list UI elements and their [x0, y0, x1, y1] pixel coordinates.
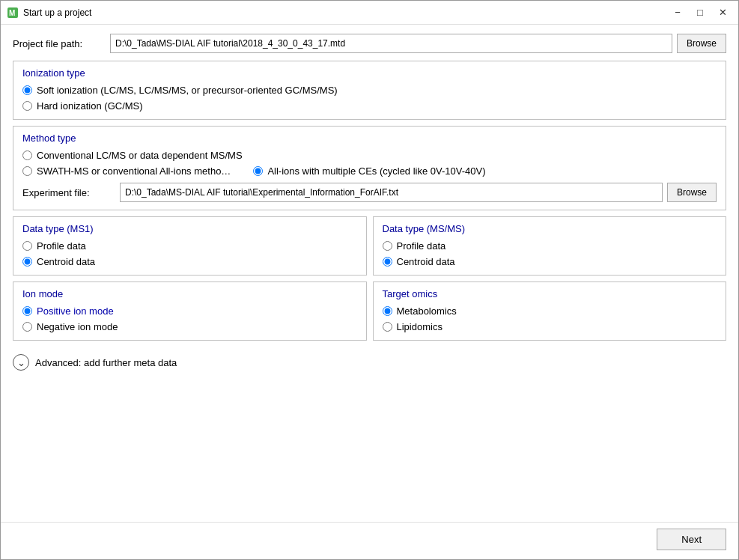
main-window: M Start up a project − □ ✕ Project file …: [0, 0, 739, 560]
close-button[interactable]: ✕: [713, 3, 732, 22]
omics-lipidomics-row: Lipidomics: [383, 321, 717, 332]
data-type-msms-section: Data type (MS/MS) Profile data Centroid …: [373, 216, 727, 276]
method-swath-allions-row: SWATH-MS or conventional All-ions metho……: [22, 165, 717, 177]
advanced-chevron-icon: ⌄: [17, 357, 25, 368]
ionization-hard-row: Hard ionization (GC/MS): [22, 100, 717, 112]
method-allions-item: All-ions with multiple CEs (cycled like …: [253, 165, 485, 177]
ion-mode-section: Ion mode Positive ion mode Negative ion …: [13, 281, 367, 341]
ms1-profile-label[interactable]: Profile data: [37, 240, 86, 252]
msms-centroid-radio[interactable]: [383, 257, 392, 267]
ion-positive-row: Positive ion mode: [22, 305, 357, 317]
ionization-title: Ionization type: [22, 67, 717, 79]
ms1-profile-radio[interactable]: [22, 241, 32, 251]
ionization-hard-label[interactable]: Hard ionization (GC/MS): [37, 100, 143, 112]
msms-centroid-label[interactable]: Centroid data: [397, 256, 455, 267]
minimize-button[interactable]: −: [668, 3, 687, 22]
advanced-label: Advanced: add further meta data: [35, 357, 177, 368]
data-type-ms1-section: Data type (MS1) Profile data Centroid da…: [13, 216, 367, 276]
advanced-row: ⌄ Advanced: add further meta data: [13, 350, 726, 375]
project-file-row: Project file path: Browse: [13, 34, 726, 53]
omics-metabolomics-row: Metabolomics: [383, 305, 717, 317]
next-button[interactable]: Next: [657, 529, 726, 550]
ion-mode-title: Ion mode: [22, 288, 357, 299]
method-allions-radio[interactable]: [253, 166, 263, 176]
method-conventional-row: Conventional LC/MS or data dependent MS/…: [22, 150, 717, 161]
ion-omics-row: Ion mode Positive ion mode Negative ion …: [13, 281, 726, 341]
window-controls: − □ ✕: [668, 3, 732, 22]
ion-negative-label[interactable]: Negative ion mode: [37, 321, 118, 332]
ionization-soft-row: Soft ionization (LC/MS, LC/MS/MS, or pre…: [22, 85, 717, 96]
method-conventional-label[interactable]: Conventional LC/MS or data dependent MS/…: [37, 150, 243, 161]
omics-metabolomics-radio[interactable]: [383, 306, 392, 316]
target-omics-section: Target omics Metabolomics Lipidomics: [373, 281, 727, 341]
ionization-hard-radio[interactable]: [22, 101, 32, 111]
app-icon: M: [7, 7, 19, 19]
advanced-toggle-button[interactable]: ⌄: [13, 354, 29, 371]
omics-lipidomics-label[interactable]: Lipidomics: [397, 321, 443, 332]
project-browse-button[interactable]: Browse: [677, 34, 726, 53]
method-swath-radio[interactable]: [22, 166, 32, 176]
ion-negative-radio[interactable]: [22, 322, 32, 332]
project-file-input[interactable]: [110, 34, 672, 53]
ms1-profile-row: Profile data: [22, 240, 357, 252]
ion-positive-label[interactable]: Positive ion mode: [37, 305, 114, 317]
window-title: Start up a project: [23, 7, 668, 18]
method-type-section: Method type Conventional LC/MS or data d…: [13, 126, 726, 210]
omics-lipidomics-radio[interactable]: [383, 322, 392, 332]
ms1-centroid-row: Centroid data: [22, 256, 357, 267]
omics-metabolomics-label[interactable]: Metabolomics: [397, 305, 457, 317]
msms-profile-label[interactable]: Profile data: [397, 240, 446, 252]
title-bar: M Start up a project − □ ✕: [1, 1, 738, 25]
msms-profile-radio[interactable]: [383, 241, 392, 251]
ion-positive-radio[interactable]: [22, 306, 32, 316]
method-swath-item: SWATH-MS or conventional All-ions metho…: [22, 165, 231, 177]
method-conventional-radio[interactable]: [22, 150, 32, 160]
footer: Next: [1, 522, 738, 559]
svg-text:M: M: [9, 9, 15, 17]
ms1-centroid-label[interactable]: Centroid data: [37, 256, 95, 267]
experiment-browse-button[interactable]: Browse: [667, 183, 717, 202]
content-area: Project file path: Browse Ionization typ…: [1, 25, 738, 522]
project-file-label: Project file path:: [13, 38, 110, 49]
ion-negative-row: Negative ion mode: [22, 321, 357, 332]
ms1-centroid-radio[interactable]: [22, 257, 32, 267]
data-type-ms1-title: Data type (MS1): [22, 223, 357, 234]
ionization-soft-radio[interactable]: [22, 85, 32, 95]
method-allions-label[interactable]: All-ions with multiple CEs (cycled like …: [267, 165, 485, 177]
maximize-button[interactable]: □: [690, 3, 710, 22]
msms-centroid-row: Centroid data: [383, 256, 717, 267]
experiment-file-row: Experiment file: Browse: [22, 183, 717, 202]
data-type-row: Data type (MS1) Profile data Centroid da…: [13, 216, 726, 276]
method-swath-label[interactable]: SWATH-MS or conventional All-ions metho…: [37, 165, 231, 177]
experiment-file-input[interactable]: [120, 183, 663, 202]
target-omics-title: Target omics: [383, 288, 717, 299]
data-type-msms-title: Data type (MS/MS): [383, 223, 717, 234]
ionization-section: Ionization type Soft ionization (LC/MS, …: [13, 61, 726, 120]
msms-profile-row: Profile data: [383, 240, 717, 252]
method-type-title: Method type: [22, 133, 717, 144]
experiment-file-label: Experiment file:: [22, 187, 120, 198]
ionization-soft-label[interactable]: Soft ionization (LC/MS, LC/MS/MS, or pre…: [37, 85, 338, 96]
